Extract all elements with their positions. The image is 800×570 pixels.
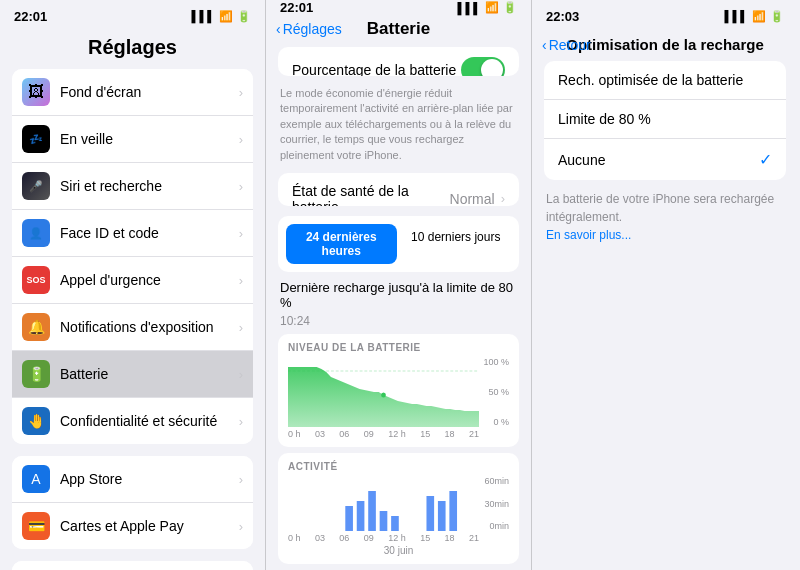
settings-group-3: 🔑 Mots de passe › ✉ Mail › 👥 Contacts › … xyxy=(12,561,253,570)
appstore-label: App Store xyxy=(60,471,239,487)
opti-limite-label: Limite de 80 % xyxy=(558,111,772,127)
back-button-2[interactable]: ‹ Réglages xyxy=(276,21,342,37)
svg-rect-2 xyxy=(345,506,353,531)
x-06: 06 xyxy=(339,429,349,439)
svg-rect-5 xyxy=(380,511,388,531)
status-icons-2: ▌▌▌ 📶 🔋 xyxy=(458,1,517,14)
ax-03: 03 xyxy=(315,533,325,543)
toggle-pourcentage: Pourcentage de la batterie xyxy=(278,47,519,76)
appstore-chevron: › xyxy=(239,472,243,487)
settings-item-privacy[interactable]: 🤚 Confidentialité et sécurité › xyxy=(12,398,253,444)
wifi-icon-3: 📶 xyxy=(752,10,766,23)
nav-title-2: Batterie xyxy=(367,19,430,39)
notif-label: Notifications d'exposition xyxy=(60,319,239,335)
opti-description: La batterie de votre iPhone sera recharg… xyxy=(546,190,784,244)
settings-item-faceid[interactable]: 👤 Face ID et code › xyxy=(12,210,253,257)
cartes-icon: 💳 xyxy=(22,512,50,540)
svg-rect-9 xyxy=(449,491,457,531)
opti-rech-optimisee[interactable]: Rech. optimisée de la batterie xyxy=(544,61,786,100)
settings-item-appstore[interactable]: A App Store › xyxy=(12,456,253,503)
status-icons-3: ▌▌▌ 📶 🔋 xyxy=(725,10,784,23)
economie-description: Le mode économie d'énergie réduit tempor… xyxy=(280,86,517,163)
opti-limite80[interactable]: Limite de 80 % xyxy=(544,100,786,139)
opti-link[interactable]: En savoir plus... xyxy=(546,228,631,242)
notif-icon: 🔔 xyxy=(22,313,50,341)
opti-options-group: Rech. optimisée de la batterie Limite de… xyxy=(544,61,786,180)
ax-18: 18 xyxy=(445,533,455,543)
opti-rech-label: Rech. optimisée de la batterie xyxy=(558,72,772,88)
ax-15: 15 xyxy=(420,533,430,543)
wifi-icon: 📶 xyxy=(219,10,233,23)
x-03: 03 xyxy=(315,429,325,439)
activity-chart-label: ACTIVITÉ xyxy=(288,461,509,472)
time-2: 22:01 xyxy=(280,0,313,15)
ay-30: 30min xyxy=(481,499,509,509)
back-chevron-3: ‹ xyxy=(542,37,547,53)
sante-row[interactable]: État de santé de la batterie Normal › xyxy=(278,173,519,206)
toggle-pourcentage-label: Pourcentage de la batterie xyxy=(292,62,461,76)
time-3: 22:03 xyxy=(546,9,579,24)
sos-icon: SOS xyxy=(22,266,50,294)
siri-chevron: › xyxy=(239,179,243,194)
sante-chevron: › xyxy=(501,191,505,206)
panel-batterie: 22:01 ▌▌▌ 📶 🔋 ‹ Réglages Batterie Pource… xyxy=(266,0,532,570)
ay-60: 60min xyxy=(481,476,509,486)
settings-item-siri[interactable]: 🎤 Siri et recherche › xyxy=(12,163,253,210)
y-0: 0 % xyxy=(481,417,509,427)
activity-chart-container: 60min 30min 0min xyxy=(288,476,509,531)
back-button-3[interactable]: ‹ Retour xyxy=(542,37,591,53)
svg-rect-8 xyxy=(438,501,446,531)
battery-x-labels: 0 h 03 06 09 12 h 15 18 21 xyxy=(288,429,509,439)
sos-chevron: › xyxy=(239,273,243,288)
settings-item-motsdepasse[interactable]: 🔑 Mots de passe › xyxy=(12,561,253,570)
siri-icon: 🎤 xyxy=(22,172,50,200)
signal-icon-2: ▌▌▌ xyxy=(458,2,481,14)
status-icons-1: ▌▌▌ 📶 🔋 xyxy=(192,10,251,23)
settings-item-fond[interactable]: 🖼 Fond d'écran › xyxy=(12,69,253,116)
wifi-icon-2: 📶 xyxy=(485,1,499,14)
settings-item-sos[interactable]: SOS Appel d'urgence › xyxy=(12,257,253,304)
recharge-time: 10:24 xyxy=(280,314,517,328)
activity-y-labels: 60min 30min 0min xyxy=(481,476,509,531)
battery-chart-label: NIVEAU DE LA BATTERIE xyxy=(288,342,509,353)
settings-list: 🖼 Fond d'écran › 💤 En veille › 🎤 Siri et… xyxy=(0,69,265,570)
settings-item-cartes[interactable]: 💳 Cartes et Apple Pay › xyxy=(12,503,253,549)
ax-09: 09 xyxy=(364,533,374,543)
sante-value: Normal xyxy=(450,191,495,206)
ax-0h: 0 h xyxy=(288,533,301,543)
status-bar-1: 22:01 ▌▌▌ 📶 🔋 xyxy=(0,0,265,32)
time-tabs: 24 dernières heures 10 derniers jours xyxy=(278,216,519,272)
recharge-info: Dernière recharge jusqu'à la limite de 8… xyxy=(280,280,517,310)
ay-0: 0min xyxy=(481,521,509,531)
svg-rect-4 xyxy=(368,491,376,531)
batterie-label: Batterie xyxy=(60,366,239,382)
tab-10j[interactable]: 10 derniers jours xyxy=(401,224,512,264)
settings-item-notif[interactable]: 🔔 Notifications d'exposition › xyxy=(12,304,253,351)
x-09: 09 xyxy=(364,429,374,439)
x-12h: 12 h xyxy=(388,429,406,439)
faceid-chevron: › xyxy=(239,226,243,241)
opti-aucune[interactable]: Aucune ✓ xyxy=(544,139,786,180)
toggle-group: Pourcentage de la batterie Mode économie… xyxy=(278,47,519,76)
tab-24h[interactable]: 24 dernières heures xyxy=(286,224,397,264)
faceid-label: Face ID et code xyxy=(60,225,239,241)
privacy-chevron: › xyxy=(239,414,243,429)
panel-optimisation: 22:03 ▌▌▌ 📶 🔋 ‹ Retour Optimisation de l… xyxy=(532,0,798,570)
x-0h: 0 h xyxy=(288,429,301,439)
settings-item-veille[interactable]: 💤 En veille › xyxy=(12,116,253,163)
battery-icon: 🔋 xyxy=(237,10,251,23)
y-100: 100 % xyxy=(481,357,509,367)
settings-group-2: A App Store › 💳 Cartes et Apple Pay › xyxy=(12,456,253,549)
toggle-pourcentage-switch[interactable] xyxy=(461,57,505,76)
appstore-icon: A xyxy=(22,465,50,493)
time-1: 22:01 xyxy=(14,9,47,24)
fond-label: Fond d'écran xyxy=(60,84,239,100)
veille-icon: 💤 xyxy=(22,125,50,153)
privacy-label: Confidentialité et sécurité xyxy=(60,413,239,429)
y-50: 50 % xyxy=(481,387,509,397)
battery-chart-container: 100 % 50 % 0 % xyxy=(288,357,509,427)
settings-item-batterie[interactable]: 🔋 Batterie › xyxy=(12,351,253,398)
signal-icon-3: ▌▌▌ xyxy=(725,10,748,22)
activity-chart-section: ACTIVITÉ 60min 30min 0min 0 h 03 0 xyxy=(278,453,519,564)
battery-chart-section: NIVEAU DE LA BATTERIE 100 % 50 % 0 % xyxy=(278,334,519,447)
